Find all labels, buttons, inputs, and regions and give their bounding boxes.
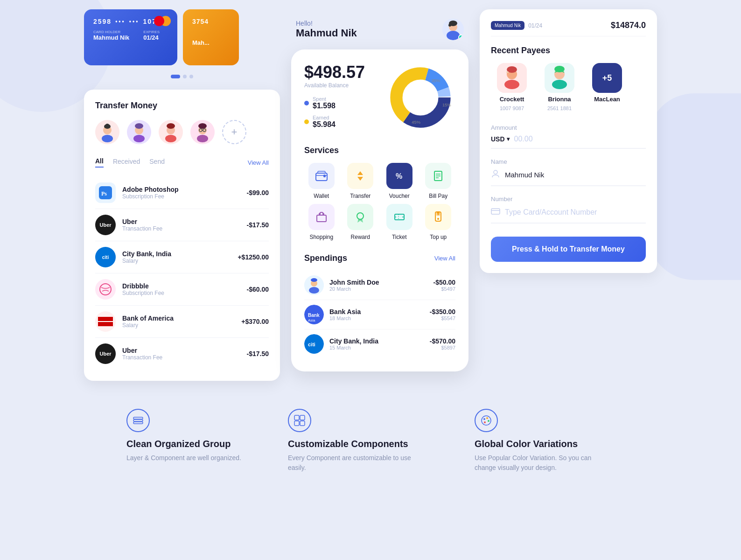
ticket-icon-box bbox=[386, 204, 412, 230]
tx-name: Uber bbox=[122, 347, 247, 354]
spending-name: John Smith Doe bbox=[329, 279, 433, 286]
tab-send[interactable]: Send bbox=[149, 158, 165, 167]
balance-left: $498.57 Available Balance Spent $1.598 bbox=[304, 63, 365, 129]
balance-label: Available Balance bbox=[304, 82, 365, 89]
spending-item: citi City Bank, India 15 March -$570.00 … bbox=[304, 329, 455, 358]
svg-rect-83 bbox=[294, 415, 299, 420]
transactions-card: Transfer Money bbox=[84, 90, 280, 381]
right-top-bar: Mahmud Nik 01/24 $14874.0 bbox=[491, 21, 646, 36]
spending-list: John Smith Doe 20 March -$50.00 $5497 bbox=[304, 271, 455, 358]
payee-name-crockett: Crockett bbox=[500, 96, 524, 103]
service-transfer[interactable]: Transfer bbox=[343, 163, 378, 199]
spent-value: $1.598 bbox=[313, 102, 336, 110]
payee-avatar-crockett bbox=[497, 63, 527, 93]
person-face-3 bbox=[159, 120, 183, 144]
earned-value: $5.984 bbox=[313, 120, 336, 129]
spending-amount: -$570.00 bbox=[430, 337, 455, 345]
user-name: Mahmud Nik bbox=[296, 27, 357, 39]
person-avatar-3[interactable] bbox=[159, 120, 183, 144]
svg-point-75 bbox=[552, 80, 567, 89]
svg-text:45%: 45% bbox=[412, 120, 420, 125]
right-card: Mahmud Nik 01/24 $14874.0 Recent Payees bbox=[480, 9, 657, 273]
orange-credit-card[interactable]: 3754 Mah... bbox=[183, 9, 239, 65]
components-icon bbox=[294, 414, 306, 427]
person-avatar-2[interactable] bbox=[127, 120, 151, 144]
chevron-down-icon: ▾ bbox=[507, 136, 510, 142]
billpay-label: Bill Pay bbox=[429, 193, 447, 199]
number-placeholder[interactable]: Type Card/Account Number bbox=[505, 208, 646, 217]
service-billpay[interactable]: Bill Pay bbox=[421, 163, 456, 199]
service-ticket[interactable]: Ticket bbox=[382, 204, 417, 240]
svg-text:35%: 35% bbox=[431, 78, 440, 83]
svg-point-11 bbox=[165, 135, 176, 142]
wallet-label: Wallet bbox=[314, 193, 329, 199]
palette-icon bbox=[480, 414, 492, 427]
orange-card-holder: Mah... bbox=[192, 39, 230, 46]
spending-info-citybank: City Bank, India 15 March bbox=[329, 337, 430, 350]
number-form-group: Number Type Card/Account Number bbox=[491, 196, 646, 224]
service-topup[interactable]: Top up bbox=[421, 204, 456, 240]
citybank-avatar: citi bbox=[304, 334, 324, 354]
blue-credit-card[interactable]: 2598 ••• ••• 1073 CARD HOLDER Mahmud Nik… bbox=[84, 9, 177, 65]
person-face-4 bbox=[190, 120, 215, 144]
spent-info: Spent $1.598 bbox=[313, 96, 336, 110]
svg-rect-80 bbox=[133, 422, 143, 424]
amount-label: Ammount bbox=[491, 124, 646, 131]
spendings-header: Spendings View All bbox=[304, 253, 455, 263]
spending-info-bankasia: Bank Asia 18 March bbox=[329, 308, 430, 321]
spending-amount: -$50.00 bbox=[433, 279, 455, 286]
svg-text:citi: citi bbox=[308, 342, 315, 347]
payees-list: Crockett 1007 9087 bbox=[491, 63, 646, 111]
service-wallet[interactable]: Wallet bbox=[304, 163, 339, 199]
tx-info-photoshop: Adobe Photoshop Subscription Fee bbox=[122, 186, 247, 200]
tx-sub: Subscription Fee bbox=[122, 193, 247, 200]
main-card: $498.57 Available Balance Spent $1.598 bbox=[291, 49, 468, 371]
service-reward[interactable]: Reward bbox=[343, 204, 378, 240]
view-all-link[interactable]: View All bbox=[248, 159, 269, 166]
spending-date: 18 March bbox=[329, 315, 430, 321]
payee-item-more[interactable]: +5 MacLean bbox=[586, 63, 628, 111]
name-value[interactable]: Mahmud Nik bbox=[505, 171, 646, 179]
payee-item-crockett[interactable]: Crockett 1007 9087 bbox=[491, 63, 533, 111]
amount-value[interactable]: 00.00 bbox=[514, 135, 646, 143]
spending-avatar-john bbox=[304, 275, 324, 295]
transfer-button[interactable]: Press & Hold to Transfer Money bbox=[491, 237, 646, 262]
payee-name-maclean: MacLean bbox=[594, 96, 620, 103]
feature-icon-palette bbox=[475, 409, 498, 432]
tx-amount: -$99.00 bbox=[247, 189, 269, 196]
payee-item-brionna[interactable]: Brionna 2561 1881 bbox=[538, 63, 580, 111]
amount-input-wrapper: USD ▾ 00.00 bbox=[491, 135, 646, 149]
middle-panel: Hello! Mahmud Nik bbox=[291, 9, 468, 371]
transaction-item: Uber Uber Transaction Fee -$17.50 bbox=[95, 338, 269, 370]
dribbble-icon bbox=[99, 283, 112, 296]
spendings-view-all[interactable]: View All bbox=[434, 255, 455, 262]
svg-point-22 bbox=[100, 284, 111, 295]
transfer-label: Transfer bbox=[350, 193, 370, 199]
person-avatar-1[interactable] bbox=[95, 120, 119, 144]
dot-1 bbox=[171, 75, 180, 78]
svg-point-61 bbox=[309, 287, 319, 294]
service-voucher[interactable]: % Voucher bbox=[382, 163, 417, 199]
svg-point-52 bbox=[357, 213, 364, 219]
feature-colors: Global Color Variations Use Popular Colo… bbox=[475, 409, 615, 473]
transaction-item: Uber Uber Transaction Fee -$17.50 bbox=[95, 209, 269, 241]
user-avatar[interactable] bbox=[442, 19, 464, 40]
wallet-icon bbox=[315, 169, 328, 182]
tx-icon-uber: Uber bbox=[95, 215, 116, 235]
card-icon-svg bbox=[491, 206, 500, 216]
voucher-label: Voucher bbox=[389, 193, 410, 199]
tab-received[interactable]: Received bbox=[113, 158, 140, 167]
add-person-button[interactable]: + bbox=[222, 120, 246, 144]
service-shopping[interactable]: Shopping bbox=[304, 204, 339, 240]
transaction-item: Dribbble Subscription Fee -$60.00 bbox=[95, 273, 269, 306]
svg-rect-23 bbox=[98, 317, 113, 321]
person-avatar-4[interactable] bbox=[190, 120, 215, 144]
spending-name: Bank Asia bbox=[329, 308, 430, 315]
tx-icon-photoshop: Ps bbox=[95, 182, 116, 203]
svg-point-57 bbox=[437, 218, 439, 220]
currency-select[interactable]: USD ▾ bbox=[491, 135, 510, 143]
tab-all[interactable]: All bbox=[95, 157, 104, 168]
crockett-avatar-svg bbox=[497, 63, 527, 93]
payee-avatar-more: +5 bbox=[592, 63, 622, 93]
number-label: Number bbox=[491, 196, 646, 203]
